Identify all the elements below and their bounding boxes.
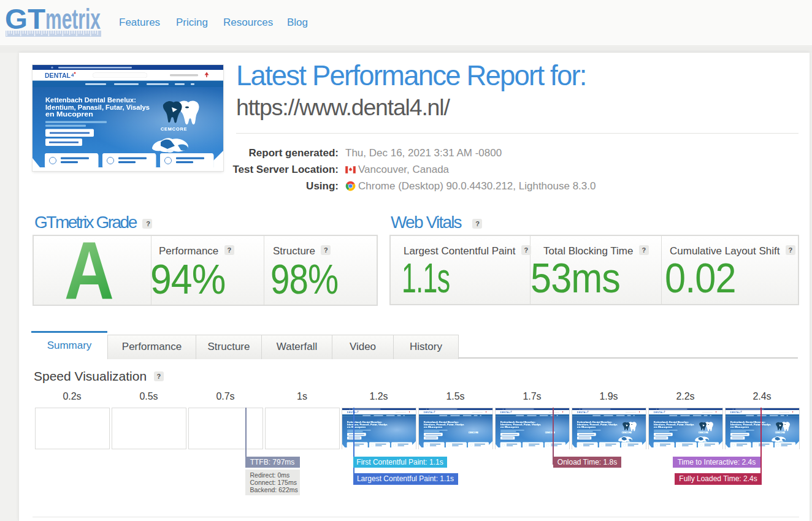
svg-text:DENTAL: DENTAL <box>423 411 434 414</box>
svg-text:Kettenbach Dental Benelux:: Kettenbach Dental Benelux: <box>500 421 535 424</box>
svg-text:Identium, Panasil, Futar, Visa: Identium, Panasil, Futar, Visalys <box>45 104 150 111</box>
svg-text:4: 4 <box>510 411 511 413</box>
svg-text:DENTAL: DENTAL <box>576 411 587 414</box>
svg-text:CEMCORE: CEMCORE <box>468 432 478 434</box>
svg-text:DENTAL: DENTAL <box>500 411 510 414</box>
svg-text:CEMCORE: CEMCORE <box>621 432 632 434</box>
svg-text:CEMCORE: CEMCORE <box>161 126 187 132</box>
svg-text:4: 4 <box>71 72 74 78</box>
svg-text:4: 4 <box>434 411 435 413</box>
svg-text:Kettenbach Dental Benelux:: Kettenbach Dental Benelux: <box>577 421 612 424</box>
svg-text:Kettenbach Dental Benelux:: Kettenbach Dental Benelux: <box>654 421 689 424</box>
svg-text:Identium, Panasil, Futar, Visa: Identium, Panasil, Futar, Visalys <box>730 424 771 426</box>
svg-text:GT: GT <box>5 3 45 35</box>
svg-text:en Mucopren: en Mucopren <box>577 426 596 428</box>
svg-text:DENTAL: DENTAL <box>45 72 71 79</box>
svg-text:Identium, Panasil, Futar, Visa: Identium, Panasil, Futar, Visalys <box>654 424 694 426</box>
svg-text:Kettenbach Dental Benelux:: Kettenbach Dental Benelux: <box>45 97 136 104</box>
svg-text:DENTAL: DENTAL <box>730 411 740 414</box>
svg-text:en Mucopren: en Mucopren <box>347 426 366 428</box>
svg-text:Kettenbach Dental Benelux:: Kettenbach Dental Benelux: <box>424 421 459 424</box>
svg-text:en Mucopren: en Mucopren <box>654 426 673 428</box>
svg-text:DENTAL: DENTAL <box>347 411 357 414</box>
svg-text:en Mucopren: en Mucopren <box>730 426 749 428</box>
svg-text:Identium, Panasil, Futar, Visa: Identium, Panasil, Futar, Visalys <box>424 424 464 426</box>
svg-text:Identium, Panasil, Futar, Visa: Identium, Panasil, Futar, Visalys <box>577 424 618 426</box>
svg-text:4: 4 <box>357 411 358 413</box>
svg-text:CEMCORE: CEMCORE <box>775 432 785 434</box>
svg-text:Kettenbach Dental Benelux:: Kettenbach Dental Benelux: <box>347 421 382 424</box>
svg-text:en Mucopren: en Mucopren <box>500 426 519 428</box>
svg-text:Identium, Panasil, Futar, Visa: Identium, Panasil, Futar, Visalys <box>500 424 541 426</box>
svg-text:metrix: metrix <box>45 3 101 35</box>
svg-text:4: 4 <box>664 411 665 413</box>
svg-text:CEMCORE: CEMCORE <box>698 432 708 434</box>
svg-text:en Mucopren: en Mucopren <box>45 111 93 118</box>
svg-text:DENTAL: DENTAL <box>653 411 664 414</box>
svg-text:4: 4 <box>587 411 588 413</box>
svg-text:4: 4 <box>740 411 741 413</box>
svg-text:en Mucopren: en Mucopren <box>424 426 443 428</box>
